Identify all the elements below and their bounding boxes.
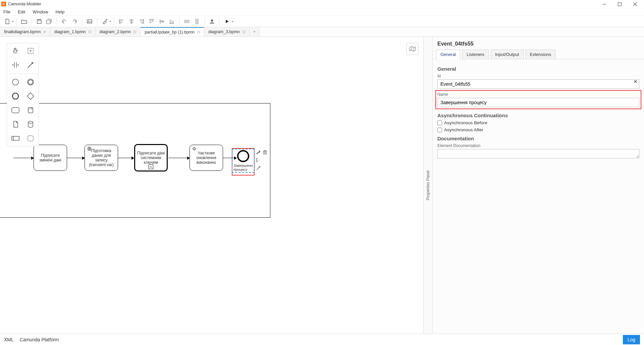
trash-icon[interactable] [262, 149, 268, 155]
tab-2[interactable]: diagram_2.bpmn [96, 27, 141, 37]
save-button[interactable] [35, 17, 44, 26]
status-bar: XML Camunda Platform Log [0, 334, 644, 345]
async-before-row[interactable]: Asynchronous Before [437, 120, 639, 125]
sequence-flow[interactable] [168, 158, 190, 158]
run-dropdown-icon[interactable]: ▾ [232, 20, 233, 23]
new-file-dropdown-icon[interactable]: ▾ [12, 20, 14, 23]
svg-point-38 [28, 67, 29, 68]
end-event-button[interactable] [8, 90, 22, 102]
menu-edit[interactable]: Edit [16, 9, 26, 15]
svg-rect-30 [196, 21, 198, 22]
task-button[interactable] [8, 104, 22, 117]
async-after-checkbox[interactable] [437, 128, 442, 132]
group-button[interactable] [23, 132, 37, 145]
distribute-v-button[interactable] [192, 17, 202, 26]
task-partial-update[interactable]: Часткове оновлення виконанно [190, 145, 223, 171]
section-general: General [437, 66, 639, 72]
align-bottom-button[interactable] [167, 17, 176, 26]
tab-1[interactable]: diagram_1.bpmn [50, 27, 96, 37]
svg-rect-9 [120, 20, 123, 21]
data-store-button[interactable] [23, 104, 37, 117]
svg-rect-27 [186, 20, 187, 23]
task-sign-changed-data[interactable]: Підписати змінені дані [34, 145, 67, 171]
window-minimize-button[interactable] [596, 0, 612, 8]
id-input[interactable] [437, 79, 639, 89]
gear-icon [192, 146, 197, 151]
svg-line-63 [195, 150, 196, 150]
undo-button[interactable] [60, 17, 69, 26]
color-button[interactable] [100, 17, 109, 26]
tab-input-output[interactable]: Input/Output [491, 50, 524, 59]
connect-tool-button[interactable] [23, 59, 37, 71]
align-center-h-button[interactable] [127, 17, 136, 26]
window-maximize-button[interactable] [612, 0, 627, 8]
sequence-flow[interactable] [223, 158, 236, 158]
align-left-button[interactable] [117, 17, 126, 26]
lasso-tool-button[interactable] [23, 45, 37, 57]
align-middle-v-button[interactable] [157, 17, 166, 26]
async-after-row[interactable]: Asynchronous After [437, 127, 639, 132]
xml-tab[interactable]: XML [4, 337, 14, 342]
image-export-button[interactable] [85, 17, 94, 26]
sequence-flow[interactable] [67, 158, 85, 158]
menu-window[interactable]: Window [31, 9, 49, 15]
documentation-textarea[interactable] [437, 149, 639, 158]
task-sign-system-key[interactable]: Підписати дані системним ключем + [134, 144, 168, 171]
align-right-button[interactable] [137, 17, 146, 26]
svg-rect-28 [188, 20, 189, 23]
properties-panel-toggle[interactable]: Properties Panel [423, 37, 433, 334]
save-all-button[interactable] [45, 17, 54, 26]
wrench-icon[interactable] [256, 149, 262, 155]
distribute-h-button[interactable] [182, 17, 192, 26]
deploy-button[interactable] [207, 17, 217, 26]
database-button[interactable] [23, 118, 37, 131]
color-dropdown-icon[interactable]: ▾ [109, 20, 111, 23]
space-tool-button[interactable] [8, 59, 22, 71]
data-object-button[interactable] [8, 118, 22, 131]
platform-tab[interactable]: Camunda Platform [20, 337, 59, 342]
dirty-icon [243, 30, 245, 33]
new-file-button[interactable] [3, 17, 12, 26]
open-file-button[interactable] [19, 17, 29, 26]
sequence-flow[interactable] [13, 158, 34, 158]
task-label: Часткове оновлення виконанно [196, 151, 216, 165]
tab-0[interactable]: finalkdiagram.bpmn× [0, 27, 50, 37]
close-icon[interactable]: × [43, 29, 46, 34]
annotation-icon[interactable] [256, 157, 262, 163]
window-close-button[interactable] [627, 0, 643, 8]
start-event-button[interactable] [8, 76, 22, 88]
redo-button[interactable] [70, 17, 79, 26]
app-title: Camunda Modeler [8, 2, 41, 6]
svg-rect-18 [150, 20, 151, 23]
pool-button[interactable] [8, 132, 22, 145]
log-button[interactable]: Log [623, 335, 640, 344]
name-input[interactable] [437, 98, 639, 107]
toolbar: ▾ ▾ ▾ [0, 15, 644, 27]
sequence-flow[interactable] [118, 158, 134, 158]
tab-3[interactable]: partialUpdate_bp (1).bpmn [141, 27, 204, 37]
tab-general[interactable]: General [436, 50, 460, 59]
menu-help[interactable]: Help [54, 9, 66, 15]
tab-extensions[interactable]: Extensions [526, 50, 556, 59]
context-pad [256, 149, 262, 171]
connection-icon[interactable] [256, 165, 262, 171]
tab-4[interactable]: diagram_3.bpmn [204, 27, 250, 37]
add-tab-button[interactable]: + [250, 27, 260, 37]
diagram-canvas[interactable]: агув их у Підписати змінені дані Підгото… [0, 37, 423, 334]
minimap-toggle-button[interactable] [407, 43, 419, 55]
gateway-button[interactable] [23, 90, 37, 102]
document-tabs: finalkdiagram.bpmn× diagram_1.bpmn diagr… [0, 27, 644, 37]
task-prepare-data[interactable]: Підготовка даних для запису (transient v… [85, 145, 118, 171]
end-event[interactable]: Завершенн процесу [233, 150, 253, 171]
hand-tool-button[interactable] [8, 45, 22, 57]
async-before-checkbox[interactable] [437, 121, 442, 125]
clear-id-button[interactable]: ✕ [634, 79, 637, 84]
intermediate-event-button[interactable] [23, 76, 37, 88]
run-button[interactable] [222, 17, 232, 26]
align-top-button[interactable] [147, 17, 156, 26]
tab-label: diagram_2.bpmn [100, 29, 131, 34]
task-label: Підготовка даних для запису (transient v… [89, 148, 114, 167]
tab-listeners[interactable]: Listeners [462, 50, 489, 59]
svg-point-41 [28, 80, 33, 84]
menu-file[interactable]: File [2, 9, 12, 15]
